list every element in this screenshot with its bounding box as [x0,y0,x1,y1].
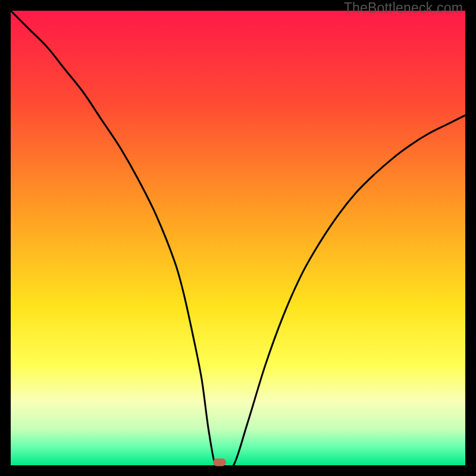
chart-frame [11,11,465,465]
minimum-marker [213,459,226,466]
watermark-text: TheBottleneck.com [344,0,463,16]
bottleneck-curve [11,11,465,465]
